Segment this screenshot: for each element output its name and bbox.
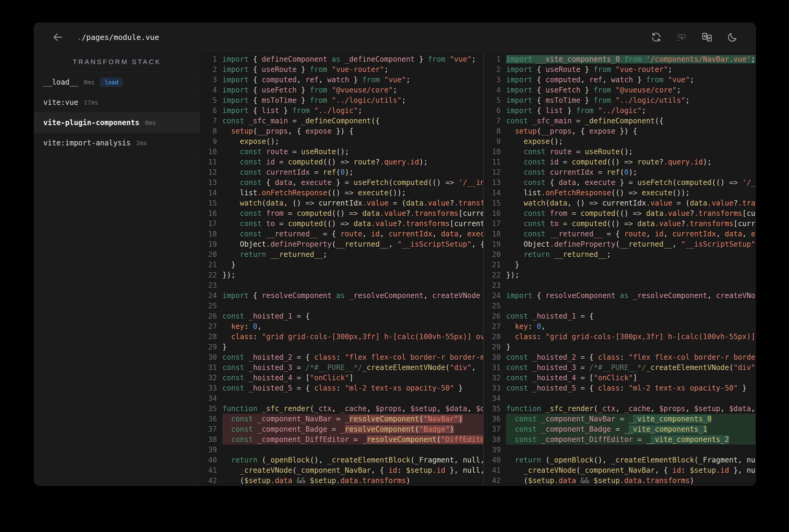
code-text: return __returned__; [222,249,483,260]
back-button[interactable] [52,31,64,43]
code-line: 33const _hoisted_5 = { class: "ml-2 text… [200,383,483,393]
code-line: 16 const from = computed(() => data.valu… [484,208,756,218]
code-line: 17 const to = computed(() => data.value?… [484,218,756,229]
code-line: 15 watch(data, () => currentIdx.value = … [200,198,483,208]
line-number: 24 [200,290,222,301]
code-line: 7const _sfc_main = _defineComponent({ [484,116,756,126]
diff-pane-after[interactable]: 1import __vite_components_0 from '/compo… [484,52,756,486]
line-number: 8 [484,126,506,136]
code-text: const _hoisted_4 = ["onClick"] [506,373,756,383]
code-line: 1import __vite_components_0 from '/compo… [484,54,756,64]
line-number: 39 [484,445,506,455]
code-text: const _hoisted_2 = { class: "flex flex-c… [506,352,756,362]
side-by-side-button[interactable] [701,32,713,43]
line-number: 3 [484,75,506,85]
code-text: const __returned__ = { route, id, curren… [222,229,483,239]
code-line: 18 const __returned__ = { route, id, cur… [200,229,483,239]
code-line: 18 const __returned__ = { route, id, cur… [484,229,756,239]
code-text [506,301,756,311]
line-number: 19 [200,239,222,249]
code-line: 11 const id = computed(() => route?.quer… [484,157,756,167]
line-number: 36 [200,414,222,424]
page-title: ./pages/module.vue [77,33,159,42]
code-text: const route = useRoute(); [222,147,483,157]
line-number: 9 [200,136,222,147]
code-line: 5import { msToTime } from "../logic/util… [484,95,756,106]
code-text: expose(); [506,136,756,147]
line-number: 27 [484,321,506,331]
diff-pane-before[interactable]: 1import { defineComponent as _defineComp… [200,52,484,486]
line-number: 14 [484,188,506,198]
transform-stack-item[interactable]: vite-plugin-components0ms [34,113,200,133]
line-number: 42 [200,475,222,486]
code-line: 30const _hoisted_2 = { class: "flex flex… [200,352,483,362]
code-text: expose(); [222,136,483,147]
code-line: 20 return __returned__; [484,249,756,260]
line-number: 3 [200,75,222,85]
inline-diff-button[interactable] [676,32,687,43]
code-line: 21 } [200,260,483,270]
line-number: 42 [484,475,506,486]
code-line: 6import { list } from "../logic"; [200,106,483,116]
transform-stack-item[interactable]: vite:import-analysis2ms [34,133,200,153]
line-number: 17 [484,218,506,229]
code-text: } [506,260,756,270]
code-line: 23 [484,280,756,290]
code-text: function _sfc_render(_ctx, _cache, $prop… [222,403,483,414]
plugin-name: __load__ [43,78,78,87]
code-line: 32const _hoisted_4 = ["onClick"] [484,373,756,383]
main-area: TRANSFORM STACK __load__0msloadvite:vue1… [34,52,755,486]
code-text [222,301,483,311]
line-number: 20 [200,249,222,260]
line-number: 33 [484,383,506,393]
code-line: 19 Object.defineProperty(__returned__, "… [200,239,483,249]
code-line: 25 [484,301,756,311]
code-line: 38 const _component_DiffEditor = _resolv… [200,434,483,445]
code-line: 15 watch(data, () => currentIdx.value = … [484,198,756,208]
code-text: import { list } from "../logic"; [506,106,756,116]
code-line: 2import { useRoute } from "vue-router"; [200,64,483,75]
code-line: 14 list.onFetchResponse(() => execute())… [200,188,483,198]
code-line: 35function _sfc_render(_ctx, _cache, $pr… [200,403,483,414]
code-text: _createVNode(_component_NavBar, { id: $s… [222,465,483,475]
code-line: 17 const to = computed(() => data.value?… [200,218,483,229]
code-text: } [222,260,483,270]
diff-view: 1import { defineComponent as _defineComp… [200,52,756,486]
code-text: const _hoisted_3 = /*#__PURE__*/_createE… [222,362,483,373]
code-text: class: "grid grid-cols-[300px,3fr] h-[ca… [222,331,483,342]
code-line: 26const _hoisted_1 = { [484,311,756,321]
code-line: 36 const _component_NavBar = __vite_comp… [484,414,756,424]
transform-stack-item[interactable]: vite:vue17ms [34,93,200,113]
line-number: 15 [200,198,222,208]
code-line: 8 setup(__props, { expose }) { [200,126,483,136]
line-number: 37 [484,424,506,434]
code-text: watch(data, () => currentIdx.value = (da… [222,198,483,208]
refresh-button[interactable] [651,32,662,43]
code-line: 22}); [484,270,756,280]
line-number: 32 [200,373,222,383]
load-badge: load [100,77,123,87]
code-line: 39 [200,445,483,455]
line-number: 37 [200,424,222,434]
code-text [506,445,756,455]
transform-stack-item[interactable]: __load__0msload [34,72,200,93]
code-text: Object.defineProperty(__returned__, "__i… [506,239,756,249]
line-number: 1 [484,54,506,64]
dark-mode-button[interactable] [727,32,738,43]
code-text: const _component_Badge = _resolveCompone… [222,424,483,434]
code-line: 26const _hoisted_1 = { [200,311,483,321]
line-number: 13 [484,177,506,188]
transform-stack-list: __load__0msloadvite:vue17msvite-plugin-c… [34,72,200,153]
code-line: 31const _hoisted_3 = /*#__PURE__*/_creat… [200,362,483,373]
code-text: const _hoisted_4 = ["onClick"] [222,373,483,383]
line-number: 35 [484,403,506,414]
code-line: 4import { useFetch } from "@vueuse/core"… [200,85,483,95]
code-text: const _component_NavBar = __vite_compone… [506,414,756,424]
plugin-name: vite-plugin-components [43,118,140,127]
code-text: import { useFetch } from "@vueuse/core"; [506,85,756,95]
code-text: import { msToTime } from "../logic/utils… [506,95,756,106]
code-line: 37 const _component_Badge = _resolveComp… [200,424,483,434]
line-number: 40 [200,455,222,465]
code-text: import { useFetch } from "@vueuse/core"; [222,85,483,95]
line-number: 24 [484,290,506,301]
